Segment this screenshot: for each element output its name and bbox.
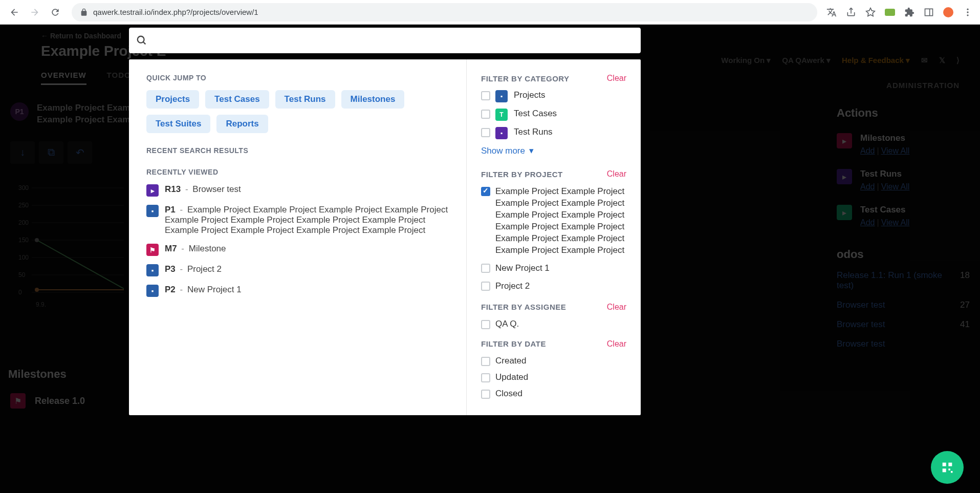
browser-toolbar: qawerk.testrail.io/index.php?/projects/o… xyxy=(0,0,980,25)
forward-button[interactable] xyxy=(27,4,43,20)
checkbox[interactable] xyxy=(481,357,490,366)
show-more-link[interactable]: Show more ▾ xyxy=(481,145,626,156)
filter-date-heading: FILTER BY DATE xyxy=(481,339,546,348)
search-icon xyxy=(136,35,147,46)
recent-item[interactable]: ▸R13 - Browser test xyxy=(146,184,449,197)
filter-assignee-heading: FILTER BY ASSIGNEE xyxy=(481,303,566,311)
search-input[interactable] xyxy=(154,35,634,46)
svg-rect-22 xyxy=(951,471,953,473)
lock-icon xyxy=(80,8,88,16)
reload-button[interactable] xyxy=(47,4,63,20)
date-option[interactable]: Created xyxy=(481,356,626,366)
project-option[interactable]: Example Project Example Project Example … xyxy=(481,186,626,256)
clear-date[interactable]: Clear xyxy=(607,339,626,349)
recent-results-heading: RECENT SEARCH RESULTS xyxy=(146,146,449,155)
svg-rect-18 xyxy=(943,463,946,466)
category-label: Test Cases xyxy=(514,109,557,119)
checkbox[interactable] xyxy=(481,373,490,382)
panel-icon[interactable] xyxy=(923,6,935,18)
proj-icon: ▪ xyxy=(146,264,159,276)
proj-icon: ▪ xyxy=(146,205,159,217)
date-label: Created xyxy=(495,356,526,366)
category-option[interactable]: TTest Cases xyxy=(481,109,626,121)
svg-rect-1 xyxy=(925,9,933,15)
clear-category[interactable]: Clear xyxy=(607,74,626,83)
checkbox[interactable] xyxy=(481,282,490,291)
run-icon: ▸ xyxy=(146,184,159,197)
category-label: Projects xyxy=(514,90,545,100)
svg-rect-20 xyxy=(943,468,946,472)
date-option[interactable]: Closed xyxy=(481,389,626,399)
checkbox[interactable] xyxy=(481,264,490,273)
search-bar xyxy=(129,28,641,53)
filter-project-heading: FILTER BY PROJECT xyxy=(481,170,563,179)
extensions-icon[interactable] xyxy=(903,6,916,18)
clear-assignee[interactable]: Clear xyxy=(607,303,626,312)
assignee-label: QA Q. xyxy=(495,319,519,329)
svg-point-16 xyxy=(138,36,144,43)
chip-test-cases[interactable]: Test Cases xyxy=(205,90,269,109)
date-option[interactable]: Updated xyxy=(481,372,626,382)
category-option[interactable]: ▪Projects xyxy=(481,90,626,102)
date-label: Updated xyxy=(495,372,528,382)
svg-rect-21 xyxy=(948,468,950,470)
checkbox[interactable] xyxy=(481,91,490,100)
checkbox[interactable] xyxy=(481,390,490,399)
quick-jump-heading: QUICK JUMP TO xyxy=(146,74,449,82)
recent-item[interactable]: ▪P1 - Example Project Example Project Ex… xyxy=(146,205,449,235)
assignee-option[interactable]: QA Q. xyxy=(481,319,626,329)
category-icon: ▪ xyxy=(495,90,508,102)
category-icon: ▪ xyxy=(495,127,508,139)
ext-orange-icon[interactable] xyxy=(942,6,954,18)
chip-milestones[interactable]: Milestones xyxy=(341,90,405,109)
url-text: qawerk.testrail.io/index.php?/projects/o… xyxy=(93,8,258,16)
category-option[interactable]: ▪Test Runs xyxy=(481,127,626,139)
filter-category-heading: FILTER BY CATEGORY xyxy=(481,74,570,83)
category-icon: T xyxy=(495,109,508,121)
svg-rect-0 xyxy=(885,9,895,16)
project-label: New Project 1 xyxy=(495,263,550,274)
recent-item[interactable]: ▪P2 - New Project 1 xyxy=(146,285,449,297)
recently-viewed-heading: RECENTLY VIEWED xyxy=(146,168,449,176)
quick-jump-chips: ProjectsTest CasesTest RunsMilestonesTes… xyxy=(146,90,449,133)
chip-test-suites[interactable]: Test Suites xyxy=(146,115,210,133)
project-label: Example Project Example Project Example … xyxy=(495,186,626,256)
translate-icon[interactable] xyxy=(825,6,838,18)
category-label: Test Runs xyxy=(514,127,553,137)
address-bar[interactable]: qawerk.testrail.io/index.php?/projects/o… xyxy=(72,3,817,22)
checkbox[interactable] xyxy=(481,187,490,196)
checkbox[interactable] xyxy=(481,128,490,137)
svg-point-5 xyxy=(967,11,968,13)
chip-reports[interactable]: Reports xyxy=(216,115,268,133)
chip-test-runs[interactable]: Test Runs xyxy=(275,90,335,109)
flag-icon: ⚑ xyxy=(146,244,159,256)
project-label: Project 2 xyxy=(495,281,530,292)
project-option[interactable]: Project 2 xyxy=(481,281,626,292)
proj-icon: ▪ xyxy=(146,285,159,297)
svg-point-3 xyxy=(943,7,953,17)
checkbox[interactable] xyxy=(481,320,490,329)
star-icon[interactable] xyxy=(864,6,877,18)
recent-item[interactable]: ▪P3 - Project 2 xyxy=(146,264,449,276)
back-button[interactable] xyxy=(6,4,23,20)
share-icon[interactable] xyxy=(845,6,857,18)
clear-project[interactable]: Clear xyxy=(607,169,626,179)
recent-item[interactable]: ⚑M7 - Milestone xyxy=(146,244,449,256)
menu-icon[interactable] xyxy=(962,6,974,18)
floating-action-button[interactable] xyxy=(931,451,964,484)
ext-green-icon[interactable] xyxy=(884,6,896,18)
browser-extensions xyxy=(825,6,974,18)
svg-point-6 xyxy=(967,14,968,16)
svg-rect-19 xyxy=(948,463,952,466)
search-modal: QUICK JUMP TO ProjectsTest CasesTest Run… xyxy=(129,28,641,415)
checkbox[interactable] xyxy=(481,110,490,119)
project-option[interactable]: New Project 1 xyxy=(481,263,626,274)
chip-projects[interactable]: Projects xyxy=(146,90,199,109)
chevron-down-icon: ▾ xyxy=(529,145,534,156)
svg-line-17 xyxy=(143,42,146,45)
svg-point-4 xyxy=(967,8,968,10)
date-label: Closed xyxy=(495,389,522,399)
